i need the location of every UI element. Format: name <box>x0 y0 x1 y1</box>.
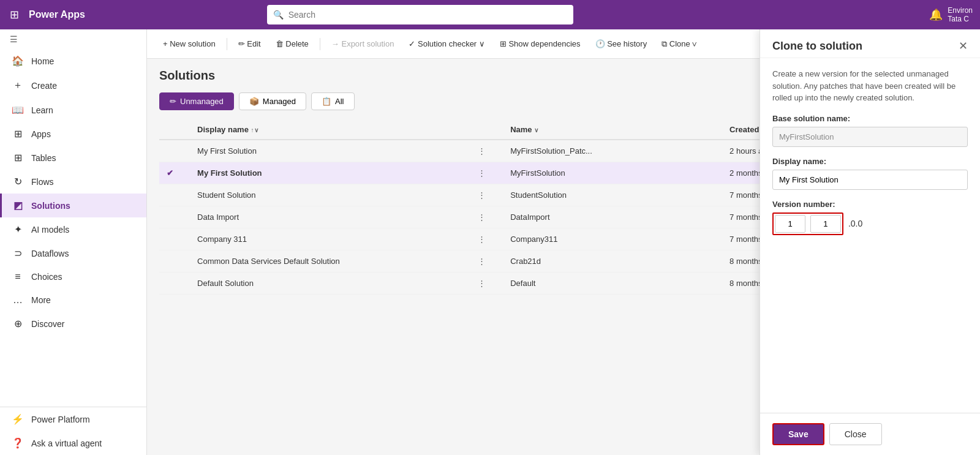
create-icon: ＋ <box>12 79 24 92</box>
sidebar-item-solutions[interactable]: ◩ Solutions <box>0 194 146 217</box>
sidebar-bottom: ⚡ Power Platform ❓ Ask a virtual agent <box>0 407 146 455</box>
row-name: Company311 <box>503 228 722 250</box>
col-name-label: Name <box>510 125 532 134</box>
panel-footer: Save Close <box>760 413 980 455</box>
row-name: MyFirstSolution <box>503 162 722 184</box>
version-label: Version number: <box>772 200 968 209</box>
sidebar-label-solutions: Solutions <box>31 201 70 211</box>
base-solution-field: Base solution name: <box>772 114 968 147</box>
version-row: .0.0 <box>772 212 968 235</box>
row-menu-btn[interactable]: ⋮ <box>470 273 503 295</box>
sidebar-item-tables[interactable]: ⊞ Tables <box>0 146 146 170</box>
sidebar-collapse-btn[interactable]: ☰ <box>0 29 146 49</box>
sidebar-item-choices[interactable]: ≡ Choices <box>0 265 146 288</box>
ai-icon: ✦ <box>12 224 24 235</box>
row-check <box>159 228 190 250</box>
edit-button[interactable]: ✏ Edit <box>232 36 267 52</box>
sidebar-label-ask-agent: Ask a virtual agent <box>31 438 102 448</box>
version-field: Version number: .0.0 <box>772 200 968 235</box>
divider-2 <box>320 38 320 50</box>
version-major-input[interactable] <box>775 215 805 233</box>
sidebar-label-power-platform: Power Platform <box>31 415 90 424</box>
save-button[interactable]: Save <box>772 423 824 445</box>
see-history-button[interactable]: 🕐 See history <box>589 36 654 52</box>
top-nav-right: 🔔 Environ Tata C <box>929 6 973 23</box>
sidebar-item-dataflows[interactable]: ⊃ Dataflows <box>0 241 146 265</box>
sidebar-label-home: Home <box>31 56 54 66</box>
row-menu-btn[interactable]: ⋮ <box>470 184 503 206</box>
delete-button[interactable]: 🗑 Delete <box>270 36 315 52</box>
unmanaged-icon: ✏ <box>170 97 176 106</box>
sidebar-item-apps[interactable]: ⊞ Apps <box>0 122 146 146</box>
sidebar-item-discover[interactable]: ⊕ Discover <box>0 312 146 336</box>
sidebar-label-choices: Choices <box>31 272 62 282</box>
row-display-name: My First Solution <box>190 162 470 184</box>
tab-all-label: All <box>335 97 344 106</box>
tab-managed[interactable]: 📦 Managed <box>239 92 306 110</box>
row-menu-btn[interactable]: ⋮ <box>470 206 503 228</box>
flows-icon: ↻ <box>12 176 24 187</box>
apps-icon: ⊞ <box>12 128 24 140</box>
env-info: Environ Tata C <box>948 6 973 23</box>
search-input[interactable] <box>288 10 567 20</box>
search-bar[interactable]: 🔍 <box>267 5 573 24</box>
row-display-name: My First Solution <box>190 140 470 162</box>
top-navigation: ⊞ Power Apps 🔍 🔔 Environ Tata C <box>0 0 980 29</box>
new-solution-button[interactable]: + New solution <box>157 36 222 52</box>
export-solution-button[interactable]: → Export solution <box>325 36 401 52</box>
tab-unmanaged-label: Unmanaged <box>180 97 224 106</box>
notification-icon[interactable]: 🔔 <box>929 8 943 21</box>
col-name[interactable]: Name ∨ <box>503 120 722 140</box>
row-menu-btn[interactable]: ⋮ <box>470 228 503 250</box>
sidebar-label-dataflows: Dataflows <box>31 249 69 258</box>
panel-description: Create a new version for the selected un… <box>772 68 968 104</box>
row-display-name: Data Import <box>190 206 470 228</box>
row-check <box>159 273 190 295</box>
tab-managed-label: Managed <box>263 97 296 106</box>
sidebar-item-flows[interactable]: ↻ Flows <box>0 170 146 194</box>
base-solution-input[interactable] <box>772 127 968 147</box>
row-display-name: Company 311 <box>190 228 470 250</box>
col-display-name-sort: ↑∨ <box>251 127 258 133</box>
row-menu-btn[interactable]: ⋮ <box>470 250 503 273</box>
version-minor-input[interactable] <box>810 215 841 233</box>
base-solution-label: Base solution name: <box>772 114 968 123</box>
tables-icon: ⊞ <box>12 152 24 164</box>
sidebar-item-more[interactable]: … More <box>0 288 146 312</box>
sidebar-label-discover: Discover <box>31 319 64 329</box>
row-name: MyFirstSolution_Patc... <box>503 140 722 162</box>
learn-icon: 📖 <box>12 104 24 116</box>
all-icon: 📋 <box>322 97 331 106</box>
close-button[interactable]: Close <box>829 423 882 445</box>
choices-icon: ≡ <box>12 271 24 282</box>
sidebar-item-home[interactable]: 🏠 Home <box>0 49 146 73</box>
env-label: Environ <box>948 6 973 15</box>
clone-button[interactable]: ⧉ Clone ∨ <box>655 36 703 53</box>
env-sub: Tata C <box>948 15 973 23</box>
row-display-name: Student Solution <box>190 184 470 206</box>
row-check: ✔ <box>159 162 190 184</box>
waffle-icon[interactable]: ⊞ <box>7 6 21 24</box>
row-name: DataImport <box>503 206 722 228</box>
col-display-name-label: Display name <box>197 125 249 134</box>
sidebar-label-apps: Apps <box>31 129 51 139</box>
display-name-input[interactable] <box>772 170 968 190</box>
sidebar-item-learn[interactable]: 📖 Learn <box>0 98 146 122</box>
col-display-name[interactable]: Display name ↑∨ <box>190 120 470 140</box>
panel-close-btn[interactable]: ✕ <box>959 39 968 53</box>
panel-title: Clone to solution <box>772 40 862 53</box>
sidebar-item-power-platform[interactable]: ⚡ Power Platform <box>0 407 146 431</box>
row-menu-btn[interactable]: ⋮ <box>470 162 503 184</box>
sidebar-item-ai-models[interactable]: ✦ AI models <box>0 217 146 241</box>
sidebar-item-ask-agent[interactable]: ❓ Ask a virtual agent <box>0 431 146 455</box>
tab-unmanaged[interactable]: ✏ Unmanaged <box>159 92 234 110</box>
row-menu-btn[interactable]: ⋮ <box>470 140 503 162</box>
sidebar-label-learn: Learn <box>31 105 53 115</box>
sidebar-label-create: Create <box>31 81 57 91</box>
show-dependencies-button[interactable]: ⊞ Show dependencies <box>494 36 587 52</box>
row-check <box>159 250 190 273</box>
dataflows-icon: ⊃ <box>12 247 24 259</box>
solution-checker-button[interactable]: ✓ Solution checker ∨ <box>402 36 491 52</box>
tab-all[interactable]: 📋 All <box>311 92 354 110</box>
sidebar-item-create[interactable]: ＋ Create <box>0 73 146 98</box>
